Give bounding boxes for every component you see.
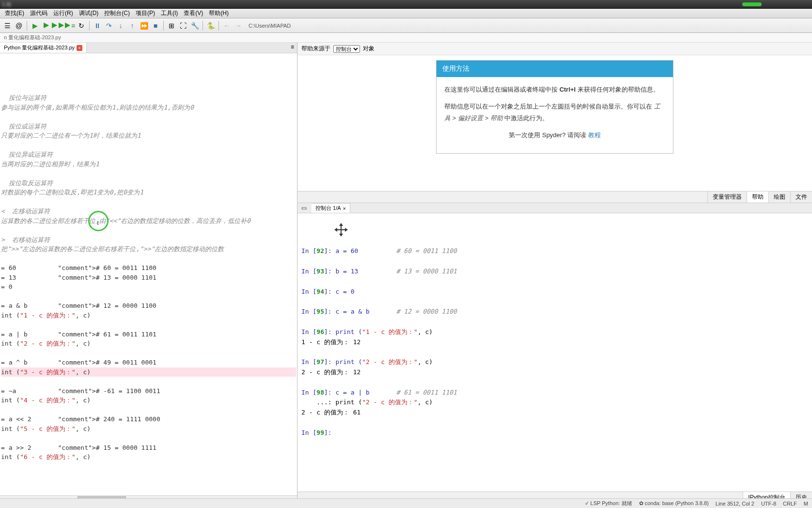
editor-line: = 0 [1,282,296,292]
run-cell-icon[interactable]: ⯈ [41,20,52,31]
right-tab[interactable]: 帮助 [747,191,768,203]
editor-line [1,349,296,358]
menu-item[interactable]: 源代码 [27,8,50,18]
run-icon[interactable]: ▶ [30,20,40,31]
console-line: In [99]: [301,428,808,438]
working-dir[interactable]: C:\Users\MIAPAD [249,23,291,29]
console-line: In [98]: c = a | b # 61 = 0011 1101 [301,388,808,398]
help-object-label: 对象 [363,45,375,53]
ipython-console[interactable]: In [92]: a = 60 # 60 = 0011 1100 In [93]… [297,213,812,492]
menu-item[interactable]: 工具(I) [158,8,181,18]
step-over-icon[interactable]: ↷ [104,20,114,31]
window-title-bar: 1.8) [0,0,812,9]
editor-line: = a >> 2 "comment"># 15 = 0000 1111 [1,443,296,453]
editor-line: = 13 "comment"># 13 = 0000 1101 [1,273,296,283]
continue-icon[interactable]: ⏩ [139,20,149,31]
back-icon[interactable]: ← [221,20,232,31]
menu-item[interactable]: 调试(D) [76,8,102,18]
at-icon[interactable]: @ [14,20,24,31]
menu-item[interactable]: 项目(P) [133,8,158,18]
console-line [301,418,808,428]
editor-line: 对数据的每个二进制位取反,即把1变为0,把0变为1 [1,188,296,197]
editor-line [1,292,296,302]
editor-line: 只要对应的二个二进位有一个为1时，结果位就为1 [1,131,296,141]
editor-tab[interactable]: Python 量化编程基础-2023.py × [0,43,87,53]
help-source-select[interactable]: 控制台 [333,45,360,53]
python-path-icon[interactable]: 🐍 [205,20,216,31]
console-line [301,277,808,287]
help-text: 帮助信息可以在一个对象之后加上一个左圆括号的时候自动显示。你可以在 [444,103,654,110]
save-layout-icon[interactable]: ⊞ [166,20,177,31]
stop-icon[interactable]: ■ [150,20,161,31]
console-line: 2 - c 的值为： 12 [301,367,808,378]
text-cursor-icon: I [97,218,99,228]
separator [163,21,164,31]
step-in-icon[interactable]: ↓ [115,20,126,31]
editor-line [1,377,296,386]
right-pane: 帮助来源于 控制台 对象 使用方法 在这里你可以通过在编辑器或者终端中按 Ctr… [297,43,812,503]
editor-line: = a ^ b "comment"># 49 = 0011 0001 [1,358,296,367]
console-line: In [97]: print ("2 - c 的值为：", c) [301,357,808,367]
help-footer: 第一次使用 Spyder? 请阅读 教程 [444,125,665,146]
status-cursor-pos: Line 3512, Col 2 [716,501,754,507]
editor-line [1,112,296,122]
menu-item[interactable]: 查看(V) [181,8,206,18]
step-out-icon[interactable]: ↑ [127,20,138,31]
progress-indicator [742,2,762,6]
console-list-icon[interactable]: ▭ [299,204,309,212]
fullscreen-icon[interactable]: ⛶ [178,20,188,31]
close-icon[interactable]: × [77,45,82,51]
console-line [301,256,808,267]
menu-item[interactable]: 查找(E) [2,8,27,18]
editor-line: int ("4 - c 的值为：", c) [1,396,296,405]
status-lsp: ✓ LSP Python: 就绪 [585,500,632,507]
menu-item[interactable]: 控制台(C) [101,8,133,18]
tutorial-link[interactable]: 教程 [588,131,601,139]
shortcut-key: Ctrl+I [560,86,576,93]
rerun-icon[interactable]: ↻ [76,20,87,31]
right-tab[interactable]: 变量管理器 [707,191,747,203]
forward-icon[interactable]: → [233,20,244,31]
console-line: In [95]: c = a & b # 12 = 0000 1100 [301,307,808,317]
run-selection-icon[interactable]: ⯈≡ [64,20,75,31]
editor-line: int ("6 - c 的值为：", c) [1,452,296,462]
editor-line: = ~a "comment"># -61 = 1100 0011 [1,386,296,396]
outline-icon[interactable]: ☰ [2,20,13,31]
status-conda[interactable]: ✿ conda: base (Python 3.8.8) [639,500,709,507]
editor-line: = 60 "comment"># 60 = 0011 1100 [1,263,296,273]
editor-line: 按位与运算符 [1,93,296,103]
console-line: ...: print ("2 - c 的值为：", c) [301,397,808,408]
status-mem: M [804,501,808,507]
help-text: 中激活此行为。 [503,114,549,122]
help-text: 在这里你可以通过在编辑器或者终端中按 [444,86,560,93]
editor-line [1,405,296,415]
editor-line: 按位异或运算符 [1,150,296,159]
run-cell-next-icon[interactable]: ⯈⯈ [53,20,63,31]
status-bar: ✓ LSP Python: 就绪 ✿ conda: base (Python 3… [0,498,812,508]
editor-line [1,197,296,207]
move-cursor-icon [333,222,349,238]
console-line: In [92]: a = 60 # 60 = 0011 1100 [301,246,808,256]
hamburger-icon[interactable]: ≡ [288,43,297,53]
settings-icon[interactable]: 🔧 [189,20,200,31]
console-tab[interactable]: 控制台 1/A × [312,203,350,213]
console-line: In [96]: print ("1 - c 的值为：", c) [301,327,808,337]
menu-item[interactable]: 帮助(H) [206,8,232,18]
separator [219,21,219,31]
debug-icon[interactable]: ⏸ [92,20,103,31]
editor-line [1,320,296,330]
menu-bar: 查找(E)源代码运行(R)调试(D)控制台(C)项目(P)工具(I)查看(V)帮… [0,9,812,18]
right-tab[interactable]: 绘图 [768,191,790,203]
editor-line [1,433,296,443]
right-tab[interactable]: 文件 [790,191,812,203]
console-line: In [94]: c = 0 [301,287,808,297]
editor-line: 当两对应的二进位相异时，结果为1 [1,159,296,169]
editor-line: 参与运算的两个值,如果两个相应位都为1,则该位的结果为1,否则为0 [1,103,296,112]
editor-line: 运算数的各二进位全部左移若干位,由"<<"右边的数指定移动的位数，高位丢弃，低位… [1,216,296,226]
code-editor[interactable]: I 按位与运算符参与运算的两个值,如果两个相应位都为1,则该位的结果为1,否则为… [0,53,297,495]
console-line [301,297,808,307]
menu-item[interactable]: 运行(R) [50,8,76,18]
help-card: 使用方法 在这里你可以通过在编辑器或者终端中按 Ctrl+I 来获得任何对象的帮… [436,60,673,154]
console-line [301,347,808,357]
close-icon[interactable]: × [343,206,346,211]
